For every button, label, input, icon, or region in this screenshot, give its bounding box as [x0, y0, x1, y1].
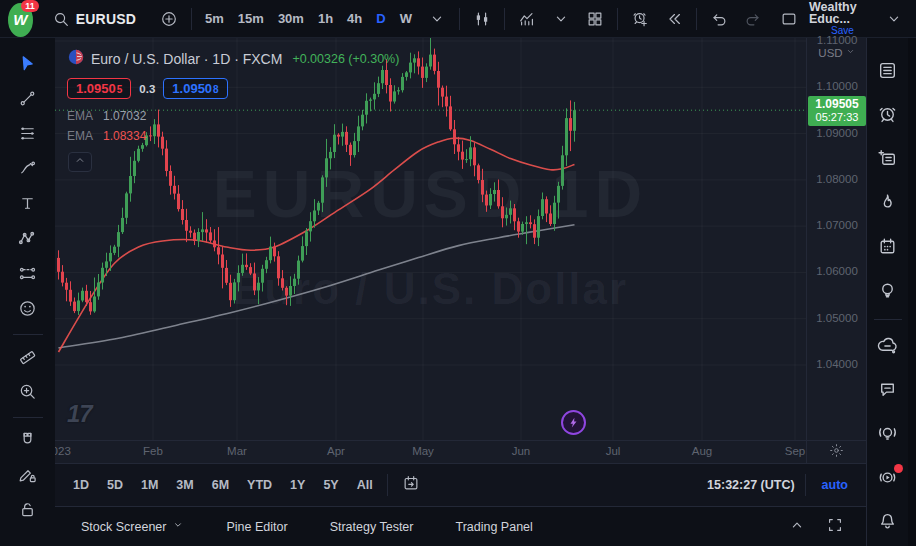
- layout-name-menu[interactable]: Wealthy Educ... Save: [809, 1, 876, 37]
- save-layout-button[interactable]: [773, 5, 805, 33]
- panel-calendar-button[interactable]: [870, 226, 906, 270]
- clock[interactable]: 15:32:27 (UTC): [707, 478, 795, 492]
- ema-value: 1.08334: [103, 129, 146, 143]
- time-tick: Feb: [143, 445, 163, 457]
- symbol-label: EURUSD: [76, 11, 136, 27]
- tool-lock-all[interactable]: [9, 494, 47, 529]
- tool-drawing-lock[interactable]: [9, 459, 47, 494]
- interval-30m[interactable]: 30m: [271, 5, 311, 33]
- interval-5m[interactable]: 5m: [198, 5, 231, 33]
- panel-add-notes-button[interactable]: [870, 138, 906, 182]
- divider: [191, 8, 192, 30]
- interval-W[interactable]: W: [393, 5, 419, 33]
- range-6M[interactable]: 6M: [204, 474, 237, 496]
- tool-measure[interactable]: [9, 341, 47, 376]
- legend-title[interactable]: Euro / U.S. Dollar · 1D · FXCM: [91, 51, 282, 67]
- footer-tab-trading-panel[interactable]: Trading Panel: [443, 514, 544, 540]
- indicators-button[interactable]: [511, 5, 543, 33]
- price-tick: 1.06000: [807, 265, 867, 277]
- panel-watchlist-button[interactable]: [870, 50, 906, 94]
- interval-15m[interactable]: 15m: [231, 5, 271, 33]
- layout-grid-button[interactable]: [579, 5, 611, 33]
- sell-button[interactable]: 1.09505: [67, 78, 131, 99]
- chart-style-button[interactable]: [466, 5, 498, 33]
- panel-minds-button[interactable]: [870, 326, 906, 370]
- time-axis[interactable]: 2023FebMarAprMayJunJulAugSep: [55, 441, 806, 463]
- buy-button[interactable]: 1.09508: [163, 78, 227, 99]
- tool-fib-lines[interactable]: [9, 118, 47, 153]
- chevron-down-icon: [845, 46, 856, 59]
- tool-xabcd-pattern[interactable]: [9, 223, 47, 258]
- chart-area: EURUSD 1D Euro / U.S. Dollar Euro / U.S.…: [55, 38, 866, 440]
- bid-price-sup: 5: [117, 84, 123, 95]
- tool-brush[interactable]: [9, 153, 47, 188]
- tool-projection[interactable]: [9, 258, 47, 293]
- range-1D[interactable]: 1D: [65, 474, 97, 496]
- interval-D[interactable]: D: [369, 5, 392, 33]
- range-All[interactable]: All: [349, 474, 381, 496]
- range-3M[interactable]: 3M: [168, 474, 201, 496]
- scroll-strip[interactable]: [908, 38, 916, 546]
- create-alert-button[interactable]: [624, 5, 656, 33]
- price-tick: 1.05000: [807, 312, 867, 324]
- tool-text[interactable]: [9, 188, 47, 223]
- emoji-icon: [18, 299, 37, 322]
- ideas-icon: [877, 280, 898, 305]
- footer-tab-stock-screener[interactable]: Stock Screener: [69, 513, 196, 540]
- footer-tab-pine-editor[interactable]: Pine Editor: [214, 514, 299, 540]
- bar-replay-button[interactable]: [658, 5, 690, 33]
- interval-1h[interactable]: 1h: [311, 5, 340, 33]
- panel-hotlists-button[interactable]: [870, 182, 906, 226]
- panel-streams-button[interactable]: [870, 458, 906, 502]
- chevron-down-icon: [428, 10, 446, 28]
- range-1Y[interactable]: 1Y: [282, 474, 313, 496]
- divider: [504, 8, 505, 30]
- chevron-up-icon: [73, 153, 87, 171]
- price-axis[interactable]: USD 1.110001.100001.090001.080001.070001…: [806, 38, 866, 440]
- panel-ideas-button[interactable]: [870, 270, 906, 314]
- footer-tab-strategy-tester[interactable]: Strategy Tester: [318, 514, 426, 540]
- range-5Y[interactable]: 5Y: [315, 474, 346, 496]
- chart-plot[interactable]: EURUSD 1D Euro / U.S. Dollar Euro / U.S.…: [55, 38, 806, 440]
- panel-notifications-button[interactable]: [870, 502, 906, 546]
- interval-4h[interactable]: 4h: [340, 5, 369, 33]
- top-toolbar: W 11 EURUSD 5m15m30m1h4hDW Wealthy Educ.…: [0, 0, 916, 38]
- price-tick: 1.11000: [807, 34, 867, 46]
- interval-dropdown[interactable]: [421, 5, 453, 33]
- chart-settings-corner[interactable]: [806, 441, 866, 463]
- panel-chat-button[interactable]: [870, 370, 906, 414]
- calendar-go-icon: [402, 474, 420, 496]
- tool-zoom-in[interactable]: [9, 376, 47, 411]
- tool-cursor[interactable]: [9, 48, 47, 83]
- price-tick: 1.07000: [807, 219, 867, 231]
- panel-alerts-button[interactable]: [870, 94, 906, 138]
- tool-emoji[interactable]: [9, 293, 47, 328]
- symbol-search-button[interactable]: EURUSD: [45, 5, 143, 33]
- instant-order-button[interactable]: [561, 410, 586, 435]
- ema-label[interactable]: EMA: [67, 109, 93, 123]
- undo-button[interactable]: [703, 5, 735, 33]
- restore-panel-button[interactable]: [818, 516, 852, 538]
- open-panel-button[interactable]: [780, 516, 814, 538]
- live-ideas-icon: [877, 423, 898, 448]
- compare-add-button[interactable]: [153, 5, 185, 33]
- tool-trend-line[interactable]: [9, 83, 47, 118]
- redo-button[interactable]: [737, 5, 769, 33]
- divider: [459, 8, 460, 30]
- layout-menu-dropdown[interactable]: [878, 5, 910, 33]
- ema-label[interactable]: EMA: [67, 129, 93, 143]
- axis-currency-dropdown[interactable]: USD: [807, 46, 867, 59]
- range-5D[interactable]: 5D: [99, 474, 131, 496]
- indicator-templates-dropdown[interactable]: [545, 5, 577, 33]
- legend-collapse-button[interactable]: [68, 152, 92, 172]
- ema-value: 1.07032: [103, 109, 146, 123]
- panel-live-ideas-button[interactable]: [870, 414, 906, 458]
- price-tick: 1.04000: [807, 358, 867, 370]
- range-1M[interactable]: 1M: [133, 474, 166, 496]
- tradingview-logo-watermark[interactable]: 17: [67, 400, 92, 428]
- timezone-auto-toggle[interactable]: auto: [816, 478, 854, 492]
- tool-magnet[interactable]: [9, 424, 47, 459]
- broker-logo[interactable]: W 11: [8, 3, 33, 37]
- range-YTD[interactable]: YTD: [239, 474, 280, 496]
- goto-date-button[interactable]: [394, 474, 428, 496]
